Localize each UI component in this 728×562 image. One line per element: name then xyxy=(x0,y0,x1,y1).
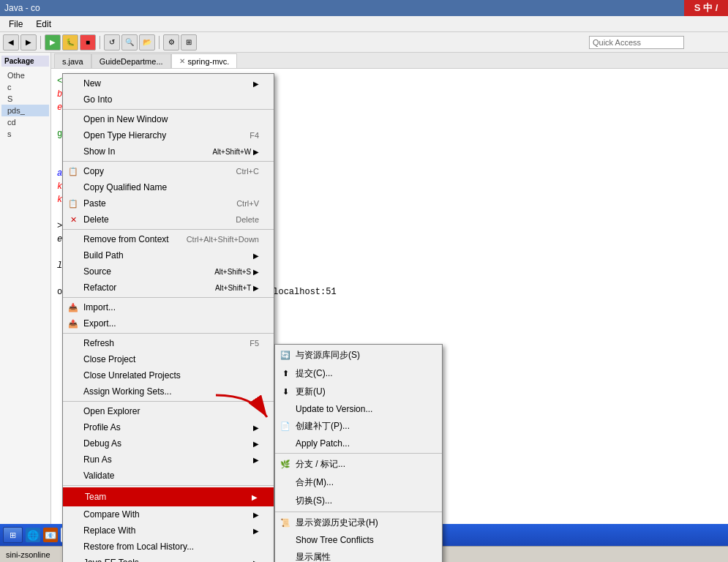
ctx-source-arrow: Alt+Shift+S ▶ xyxy=(214,268,259,276)
status-text: sini-zsonline xyxy=(6,550,50,559)
ctx-copy-qualified-label: Copy Qualified Name xyxy=(83,182,167,192)
ctx-team-label: Team xyxy=(85,492,106,502)
ctx-refresh-shortcut: F5 xyxy=(235,339,259,348)
ctx-team[interactable]: Team ▶ xyxy=(63,487,274,506)
ctx-compare-with[interactable]: Compare With ▶ xyxy=(63,506,274,522)
title-bar: Java - co xyxy=(0,0,728,16)
ctx-paste-shortcut: Ctrl+V xyxy=(222,199,259,208)
tree-node-4[interactable]: cd xyxy=(1,116,49,128)
ctx-copy-shortcut: Ctrl+C xyxy=(222,167,259,176)
start-button[interactable]: ⊞ xyxy=(3,527,23,543)
ctx-export[interactable]: 📤 Export... xyxy=(63,315,274,331)
ctx-import[interactable]: 📥 Import... xyxy=(63,299,274,315)
tree-node-0[interactable]: Othe xyxy=(1,70,49,81)
tree-node-2[interactable]: S xyxy=(1,93,49,105)
svn-update[interactable]: ⬇ 更新(U) xyxy=(275,383,442,401)
ctx-show-in-arrow: Alt+Shift+W ▶ xyxy=(212,148,259,156)
ctx-assign-working-sets[interactable]: Assign Working Sets... xyxy=(63,383,274,400)
menu-edit[interactable]: Edit xyxy=(30,18,57,31)
ctx-sep-4 xyxy=(63,297,274,298)
ctx-new[interactable]: New ▶ xyxy=(63,75,274,91)
svn-apply-patch[interactable]: Apply Patch... xyxy=(275,435,442,452)
ctx-validate-label: Validate xyxy=(83,471,114,481)
ctx-refactor[interactable]: Refactor Alt+Shift+T ▶ xyxy=(63,280,274,296)
svn-create-patch-label: 创建补丁(P)... xyxy=(296,420,350,432)
toolbar-stop[interactable]: ■ xyxy=(80,34,96,50)
ctx-replace-with[interactable]: Replace With ▶ xyxy=(63,522,274,539)
svn-show-history-label: 显示资源历史记录(H) xyxy=(296,517,378,529)
ctx-validate[interactable]: Validate xyxy=(63,468,274,484)
tab-close-icon[interactable]: ✕ xyxy=(179,57,185,65)
ctx-open-explorer-label: Open Explorer xyxy=(83,406,140,416)
ctx-debug-as[interactable]: Debug As ▶ xyxy=(63,435,274,452)
tab-label-0: s.java xyxy=(62,57,83,66)
toolbar-btn-3[interactable]: ↺ xyxy=(104,34,120,50)
taskbar-icon-ie[interactable]: 🌐 xyxy=(26,528,40,542)
svn-switch[interactable]: 切换(S)... xyxy=(275,492,442,510)
ctx-profile-as-arrow: ▶ xyxy=(253,424,259,432)
ctx-close-project[interactable]: Close Project xyxy=(63,351,274,367)
ctx-show-in[interactable]: Show In Alt+Shift+W ▶ xyxy=(63,143,274,160)
ctx-build-path-arrow: ▶ xyxy=(253,252,259,260)
ctx-delete[interactable]: ✕ Delete Delete xyxy=(63,211,274,228)
ctx-source[interactable]: Source Alt+Shift+S ▶ xyxy=(63,263,274,280)
ctx-paste-label: Paste xyxy=(83,198,106,209)
tab-0[interactable]: s.java xyxy=(54,53,91,68)
ctx-remove-context[interactable]: Remove from Context Ctrl+Alt+Shift+Down xyxy=(63,231,274,247)
toolbar-btn-5[interactable]: 📂 xyxy=(139,34,155,50)
ctx-copy[interactable]: 📋 Copy Ctrl+C xyxy=(63,163,274,179)
tab-2[interactable]: ✕ spring-mvc. xyxy=(171,53,238,68)
toolbar-debug[interactable]: 🐛 xyxy=(62,34,78,50)
ctx-copy-icon: 📋 xyxy=(67,165,79,177)
taskbar-icon-email[interactable]: 📧 xyxy=(43,528,58,542)
ctx-open-new-window[interactable]: Open in New Window xyxy=(63,111,274,127)
ctx-run-as[interactable]: Run As ▶ xyxy=(63,452,274,468)
toolbar-btn-4[interactable]: 🔍 xyxy=(121,34,138,50)
tab-label-1: GuideDepartme... xyxy=(100,57,163,66)
quick-access-input[interactable]: Quick Access xyxy=(589,36,684,49)
svn-show-props[interactable]: 显示属性 xyxy=(275,548,442,562)
ctx-open-type-hierarchy-label: Open Type Hierarchy xyxy=(83,130,166,140)
menu-file[interactable]: File xyxy=(3,18,29,31)
ctx-copy-qualified[interactable]: Copy Qualified Name xyxy=(63,179,274,195)
tree-node-3[interactable]: pds_ xyxy=(1,105,49,116)
ctx-run-as-label: Run As xyxy=(83,454,112,465)
ctx-replace-with-label: Replace With xyxy=(83,525,135,536)
tab-1[interactable]: GuideDepartme... xyxy=(91,53,171,68)
ctx-restore-local[interactable]: Restore from Local History... xyxy=(63,539,274,555)
toolbar-btn-2[interactable]: ▶ xyxy=(20,34,37,50)
editor-tabs: s.java GuideDepartme... ✕ spring-mvc. xyxy=(51,53,728,69)
svn-switch-label: 切换(S)... xyxy=(296,495,332,507)
svn-show-history[interactable]: 📜 显示资源历史记录(H) xyxy=(275,514,442,532)
toolbar-btn-7[interactable]: ⊞ xyxy=(181,34,197,50)
ctx-build-path[interactable]: Build Path ▶ xyxy=(63,247,274,263)
ctx-open-explorer[interactable]: Open Explorer xyxy=(63,403,274,419)
toolbar-run[interactable]: ▶ xyxy=(45,34,61,50)
toolbar-btn-6[interactable]: ⚙ xyxy=(163,34,179,50)
svn-branch-tag[interactable]: 🌿 分支 / 标记... xyxy=(275,455,442,473)
ctx-refactor-arrow: Alt+Shift+T ▶ xyxy=(215,284,259,292)
ctx-refresh[interactable]: Refresh F5 xyxy=(63,335,274,351)
start-icon: ⊞ xyxy=(10,531,16,540)
ctx-go-into[interactable]: Go Into xyxy=(63,91,274,108)
ime-bar[interactable]: S 中 / xyxy=(684,0,728,16)
svn-create-patch[interactable]: 📄 创建补丁(P)... xyxy=(275,417,442,435)
ctx-run-as-arrow: ▶ xyxy=(253,456,259,464)
ctx-close-unrelated[interactable]: Close Unrelated Projects xyxy=(63,367,274,383)
ctx-delete-label: Delete xyxy=(83,214,109,225)
ctx-paste[interactable]: 📋 Paste Ctrl+V xyxy=(63,195,274,211)
svn-tree-conflicts[interactable]: Show Tree Conflicts xyxy=(275,532,442,548)
ctx-assign-working-sets-label: Assign Working Sets... xyxy=(83,386,172,397)
ctx-sep-7 xyxy=(63,485,274,486)
tree-node-1[interactable]: c xyxy=(1,81,49,93)
tree-node-5[interactable]: s xyxy=(1,128,49,140)
toolbar-sep-1 xyxy=(40,36,41,49)
svn-sync[interactable]: 🔄 与资源库同步(S) xyxy=(275,346,442,364)
svn-merge[interactable]: 合并(M)... xyxy=(275,473,442,492)
ctx-open-type-hierarchy[interactable]: Open Type Hierarchy F4 xyxy=(63,127,274,143)
ctx-javaee-tools[interactable]: Java EE Tools ▶ xyxy=(63,555,274,562)
ctx-profile-as[interactable]: Profile As ▶ xyxy=(63,419,274,435)
toolbar-btn-1[interactable]: ◀ xyxy=(3,34,19,50)
svn-update-version[interactable]: Update to Version... xyxy=(275,401,442,417)
svn-commit[interactable]: ⬆ 提交(C)... xyxy=(275,364,442,383)
